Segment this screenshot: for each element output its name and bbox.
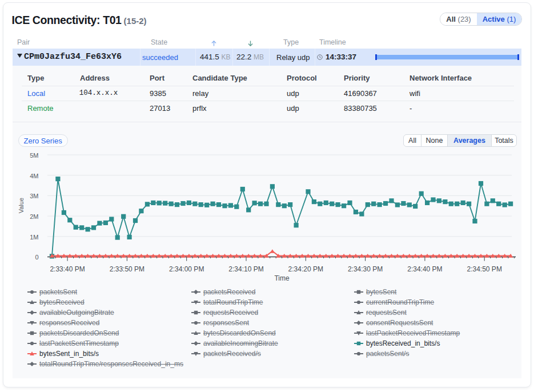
svg-text:2:34:30 PM: 2:34:30 PM [348, 265, 383, 273]
svg-text:2:34:00 PM: 2:34:00 PM [169, 265, 204, 273]
svg-text:2:34:50 PM: 2:34:50 PM [467, 265, 502, 273]
svg-text:2M: 2M [30, 213, 38, 220]
svg-text:2:34:40 PM: 2:34:40 PM [407, 265, 442, 273]
svg-text:4M: 4M [30, 173, 38, 179]
svg-text:5M: 5M [30, 152, 38, 159]
svg-text:Time: Time [274, 274, 290, 282]
svg-text:2:33:50 PM: 2:33:50 PM [110, 265, 144, 273]
svg-text:1M: 1M [30, 234, 38, 241]
svg-text:2:33:40 PM: 2:33:40 PM [50, 265, 85, 273]
svg-text:0: 0 [35, 254, 38, 261]
svg-text:2:34:10 PM: 2:34:10 PM [228, 265, 263, 273]
svg-text:3M: 3M [30, 193, 38, 199]
svg-text:2:34:20 PM: 2:34:20 PM [288, 265, 323, 273]
svg-text:Value: Value [18, 198, 25, 213]
